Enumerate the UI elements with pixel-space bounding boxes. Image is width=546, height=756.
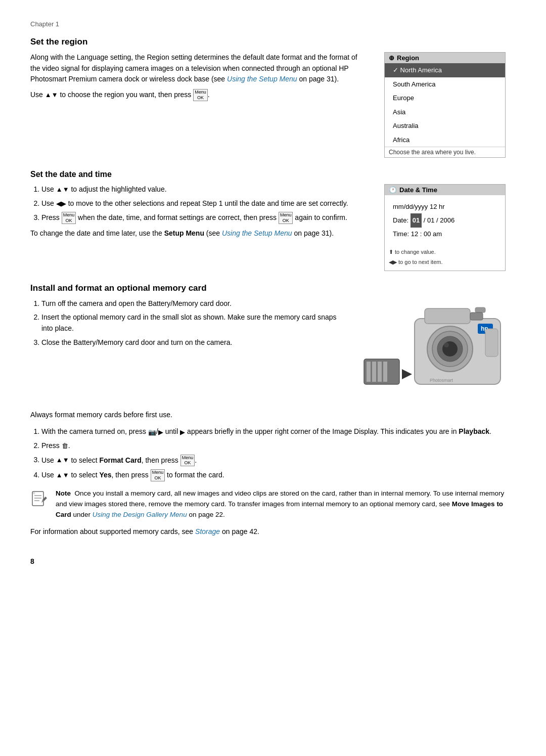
trash-icon: 🗑 [62,441,68,451]
datetime-footer1: ⬆ to change value. [389,247,501,257]
datetime-step2: Use ◀▶ to move to the other selections a… [41,198,369,209]
section-date-time: Set the date and time Use ▲▼ to adjust t… [30,170,516,271]
memory-step1: Turn off the camera and open the Battery… [41,298,344,309]
camera-illustration: hp Photosmart [354,298,516,410]
setup-menu-link2[interactable]: Using the Setup Menu [222,229,292,237]
svg-rect-16 [485,329,498,357]
format-step3: Use ▲▼ to select Format Card, then press… [41,455,516,467]
design-gallery-link[interactable]: Using the Design Gallery Menu [93,511,187,518]
svg-rect-7 [425,308,470,324]
region-item-north-america: ✓ North America [385,63,505,77]
region-text-col: Along with the Language setting, the Reg… [30,52,369,105]
menu-ok-key4: MenuOK [180,455,195,467]
region-widget-col: ⊕ Region ✓ North America South America E… [384,52,516,158]
section-memory-card: Install and format an optional memory ca… [30,283,516,538]
region-widget-header: ⊕ Region [385,53,505,63]
memory-step3: Close the Battery/Memory card door and t… [41,337,344,348]
arrow-updown-icon4: ▲▼ [56,470,69,480]
note-text-content: Note Once you install a memory card, all… [56,488,516,520]
svg-rect-4 [383,362,387,382]
always-format-text: Always format memory cards before first … [30,410,516,421]
play-icon: ▶ [158,427,163,437]
datetime-icon: 🕐 [389,186,397,194]
note-label: Note [56,490,71,497]
datetime-date-line: Date: 01 / 01 / 2006 [393,213,497,228]
datetime-footer2: ◀▶ to go to next item. [389,257,501,268]
memory-card-graphic [364,359,412,384]
arrow-updown-icon2: ▲▼ [56,185,69,195]
svg-rect-2 [372,362,376,382]
format-step1: With the camera turned on, press 📷/▶ unt… [41,426,516,437]
svg-rect-15 [475,307,485,313]
datetime-time-line: Time: 12 : 00 am [393,228,497,241]
setup-menu-bold: Setup Menu [164,229,204,237]
datetime-two-col: Use ▲▼ to adjust the highlighted value. … [30,184,516,271]
svg-text:≈: ≈ [33,491,35,496]
chapter-label: Chapter 1 [30,20,516,28]
region-widget-footer: Choose the area where you live. [385,147,505,157]
yes-bold: Yes [99,471,111,479]
svg-marker-5 [402,369,412,379]
region-item-asia: Asia [385,105,505,119]
region-item-africa: Africa [385,133,505,147]
menu-ok-key3: MenuOK [279,212,293,224]
menu-ok-key1: MenuOK [193,89,208,101]
playback-icon: ▶ [180,427,185,437]
camera-body-graphic: hp Photosmart [415,307,500,384]
section-title-memory: Install and format an optional memory ca… [30,283,516,293]
datetime-step3: Press MenuOK when the date, time, and fo… [41,212,369,224]
format-step4: Use ▲▼ to select Yes, then press MenuOK … [41,469,516,481]
page: Chapter 1 Set the region Along with the … [30,20,516,565]
datetime-change-later: To change the date and time later, use t… [30,228,369,239]
datetime-steps-list: Use ▲▼ to adjust the highlighted value. … [41,184,369,224]
storage-info-para: For information about supported memory c… [30,526,516,538]
datetime-widget: 🕐 Date & Time mm/dd/yyyy 12 hr Date: 01 … [384,184,506,271]
format-card-bold: Format Card [99,456,141,464]
page-number: 8 [30,557,516,565]
storage-link[interactable]: Storage [195,527,220,536]
memory-install-steps: Turn off the camera and open the Battery… [41,298,344,348]
note-icon-svg: ≈ [30,490,49,508]
datetime-step1: Use ▲▼ to adjust the highlighted value. [41,184,369,195]
region-item-europe: Europe [385,91,505,105]
arrow-leftright-icon: ◀▶ [56,199,66,209]
region-item-australia: Australia [385,119,505,133]
playback-bold: Playback [459,427,489,435]
region-two-col: Along with the Language setting, the Reg… [30,52,516,158]
arrow-updown-icon3: ▲▼ [56,455,69,465]
region-item-south-america: South America [385,77,505,92]
datetime-widget-header: 🕐 Date & Time [385,185,505,195]
svg-point-12 [444,342,449,347]
svg-rect-3 [378,362,382,382]
datetime-widget-title: Date & Time [399,186,437,194]
datetime-widget-body: mm/dd/yyyy 12 hr Date: 01 / 01 / 2006 Ti… [385,195,505,246]
region-widget-title: Region [397,54,419,62]
region-icon: ⊕ [389,54,394,62]
menu-ok-key2: MenuOK [62,212,76,224]
memory-step2: Insert the optional memory card in the s… [41,312,344,334]
camera-icon: 📷 [148,427,156,437]
datetime-widget-footer: ⬆ to change value. ◀▶ to go to next item… [385,246,505,271]
datetime-widget-col: 🕐 Date & Time mm/dd/yyyy 12 hr Date: 01 … [384,184,516,271]
note-pencil-icon: ≈ [30,490,49,511]
format-step2: Press 🗑. [41,440,516,452]
region-paragraph1: Along with the Language setting, the Reg… [30,52,369,85]
region-widget: ⊕ Region ✓ North America South America E… [384,52,506,158]
section-title-region: Set the region [30,37,516,47]
memory-two-col: Turn off the camera and open the Battery… [30,298,516,410]
datetime-text-col: Use ▲▼ to adjust the highlighted value. … [30,184,369,243]
camera-svg: hp Photosmart [359,298,511,410]
arrow-updown-icon: ▲▼ [45,90,58,100]
setup-menu-link1[interactable]: Using the Setup Menu [227,75,297,83]
datetime-format-line: mm/dd/yyyy 12 hr [393,200,497,213]
datetime-day-highlight: 01 [411,213,422,228]
note-box: ≈ Note Once you install a memory card, a… [30,488,516,520]
section-title-datetime: Set the date and time [30,170,516,179]
section-set-region: Set the region Along with the Language s… [30,37,516,158]
svg-rect-17 [470,313,483,320]
svg-text:Photosmart: Photosmart [430,378,453,383]
memory-text-col: Turn off the camera and open the Battery… [30,298,344,352]
region-paragraph2: Use ▲▼ to choose the region you want, th… [30,89,369,101]
menu-ok-key5: MenuOK [151,469,165,481]
svg-rect-1 [367,362,371,382]
